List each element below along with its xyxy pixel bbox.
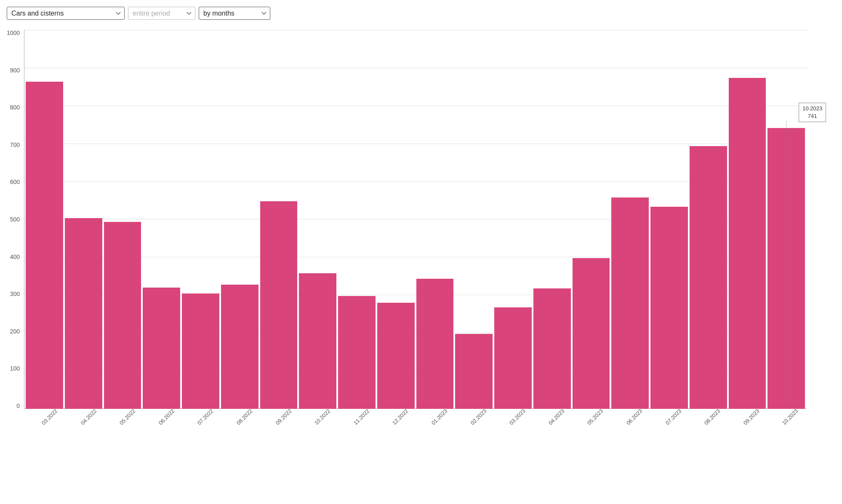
bar-wrapper[interactable]: [65, 30, 102, 409]
bar-wrapper[interactable]: [650, 30, 688, 409]
bar-wrapper[interactable]: [26, 30, 63, 409]
bar: [650, 207, 688, 409]
bar: [104, 222, 141, 409]
bar-wrapper[interactable]: 10.2023741: [767, 30, 805, 409]
bar: [338, 296, 376, 409]
bar: [182, 293, 219, 409]
groupby-select[interactable]: by months by quarters by years: [199, 7, 270, 20]
chart-area: 10009008007006005004003002001000 10.2023…: [7, 30, 807, 421]
controls-bar: Cars and cisterns Other entire period by…: [7, 7, 835, 20]
bar-wrapper[interactable]: [260, 30, 298, 409]
y-label: 1000: [7, 30, 20, 36]
bar: [573, 258, 610, 409]
y-label: 600: [10, 179, 20, 185]
tooltip-line: [786, 121, 786, 402]
bar: [690, 146, 727, 409]
bar: [65, 218, 102, 409]
y-axis: 10009008007006005004003002001000: [7, 30, 24, 409]
bar-wrapper[interactable]: [573, 30, 610, 409]
bar-wrapper[interactable]: [338, 30, 376, 409]
period-select[interactable]: entire period: [128, 7, 195, 20]
bar-wrapper[interactable]: [729, 30, 766, 409]
bar-wrapper[interactable]: [104, 30, 141, 409]
bar-wrapper[interactable]: [182, 30, 219, 409]
bar: [611, 197, 649, 409]
bar-wrapper[interactable]: [299, 30, 336, 409]
x-axis: 03.202204.202205.202206.202207.202208.20…: [7, 411, 807, 421]
bar-wrapper[interactable]: [533, 30, 571, 409]
bar: [494, 307, 532, 409]
bar: [455, 334, 493, 409]
bar: [26, 82, 63, 409]
bar-wrapper[interactable]: [690, 30, 727, 409]
bar: [143, 288, 180, 409]
tooltip-box: 10.2023741: [799, 103, 826, 122]
y-label: 500: [10, 216, 20, 222]
bar: [221, 285, 258, 409]
bar: [299, 273, 336, 409]
bar-wrapper[interactable]: [494, 30, 532, 409]
bar: [377, 303, 415, 409]
chart-body: 10.2023741: [24, 30, 807, 409]
category-select[interactable]: Cars and cisterns Other: [7, 7, 125, 20]
y-label: 300: [10, 291, 20, 297]
y-label: 400: [10, 254, 20, 260]
bar-wrapper[interactable]: [377, 30, 415, 409]
bar: [416, 279, 454, 409]
bar-wrapper[interactable]: [221, 30, 258, 409]
y-label: 900: [10, 67, 20, 73]
bar-wrapper[interactable]: [455, 30, 493, 409]
y-label: 0: [16, 403, 20, 409]
bar: [729, 78, 766, 409]
bar-wrapper[interactable]: [143, 30, 180, 409]
bars-container: 10.2023741: [24, 30, 807, 409]
bar-wrapper[interactable]: [416, 30, 454, 409]
y-label: 700: [10, 142, 20, 148]
bar: [533, 288, 571, 409]
bar: [260, 201, 298, 409]
y-label: 100: [10, 365, 20, 371]
bar-wrapper[interactable]: [611, 30, 649, 409]
y-label: 800: [10, 104, 20, 110]
y-label: 200: [10, 328, 20, 334]
